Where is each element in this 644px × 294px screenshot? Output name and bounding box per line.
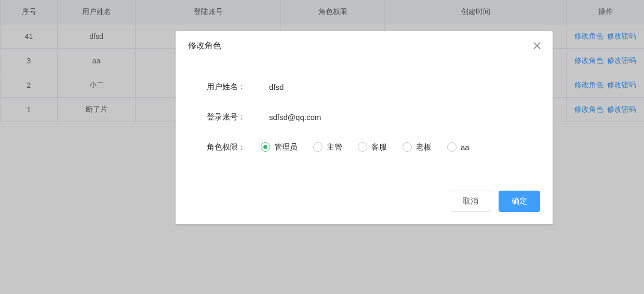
- edit-role-dialog: 修改角色 用户姓名： dfsd 登录账号： sdfsd@qq.com 角色权限：…: [176, 31, 553, 224]
- close-icon[interactable]: [532, 41, 542, 51]
- role-radio[interactable]: 主管: [313, 142, 342, 152]
- label-account: 登录账号：: [207, 112, 259, 122]
- label-role: 角色权限：: [207, 142, 259, 152]
- confirm-button[interactable]: 确定: [499, 191, 540, 212]
- radio-label: 客服: [371, 142, 387, 152]
- radio-label: 主管: [327, 142, 342, 152]
- radio-label: 老板: [416, 142, 432, 152]
- radio-label: aa: [461, 143, 469, 152]
- role-radio[interactable]: 管理员: [261, 142, 298, 152]
- radio-icon: [358, 142, 367, 152]
- cancel-button[interactable]: 取消: [450, 191, 491, 212]
- radio-icon: [403, 142, 412, 152]
- value-account: sdfsd@qq.com: [259, 113, 540, 122]
- dialog-header: 修改角色: [176, 31, 553, 61]
- radio-icon: [261, 142, 270, 152]
- dialog-title: 修改角色: [188, 41, 221, 50]
- role-radio[interactable]: 客服: [358, 142, 387, 152]
- role-radio-group: 管理员 主管 客服 老板 aa: [259, 142, 469, 152]
- label-username: 用户姓名：: [207, 82, 259, 92]
- role-radio[interactable]: 老板: [403, 142, 432, 152]
- role-radio[interactable]: aa: [447, 142, 469, 152]
- value-username: dfsd: [259, 83, 540, 91]
- radio-icon: [447, 142, 457, 152]
- radio-icon: [313, 142, 323, 152]
- radio-label: 管理员: [274, 142, 298, 152]
